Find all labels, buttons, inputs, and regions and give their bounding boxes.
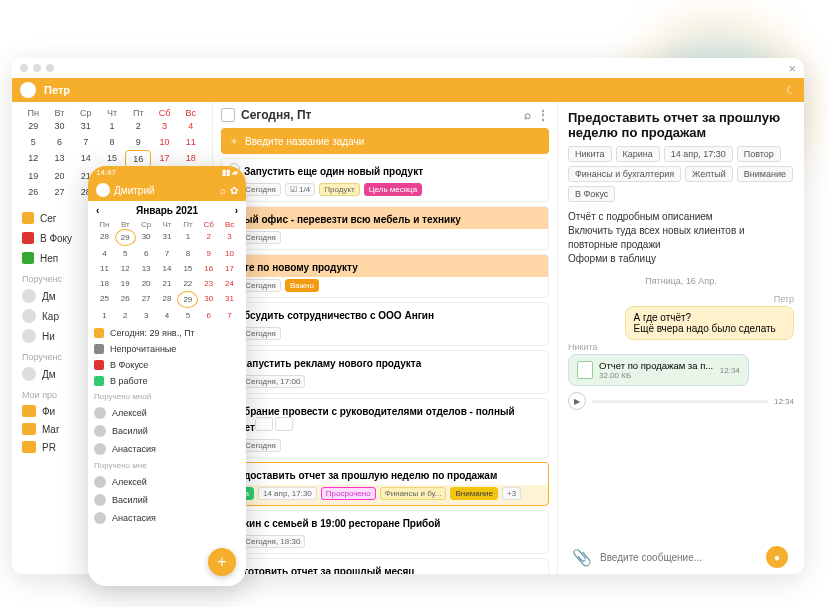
search-icon[interactable]: ⌕ [524,108,531,122]
close-icon[interactable]: × [788,61,796,76]
message-composer: 📎 ● [572,546,788,568]
calendar-icon[interactable] [221,108,235,122]
chat-sender-label: Петр [568,294,794,304]
folder-icon [22,423,36,435]
task-row[interactable]: готовить отчет за прошлый месяц🚩 Сегодня [221,558,549,574]
mobile-group-assigned-by: Поручено мной [94,392,240,401]
task-list-title: Сегодня, Пт [241,108,311,122]
traffic-light-icon[interactable] [46,64,54,72]
task-row[interactable]: кин с семьей в 19:00 ресторане Прибой🚩 С… [221,510,549,554]
chat-message-out: А где отчёт? Ещё вчера надо было сделать [625,306,795,340]
avatar-icon [94,425,106,437]
audio-progress[interactable] [592,400,768,403]
attachment-icon[interactable]: 📎 [572,548,592,567]
file-icon[interactable] [577,361,593,379]
folder-icon [22,441,36,453]
message-time: 12:34 [720,366,740,375]
folder-icon [22,405,36,417]
property-chip[interactable]: В Фокус [568,186,615,202]
task-row[interactable]: доставить отчет за прошлую неделю по про… [221,462,549,506]
property-chip[interactable]: Желтый [685,166,733,182]
property-chip[interactable]: Внимание [737,166,793,182]
send-button[interactable]: ● [766,546,788,568]
task-row[interactable]: lапустить рекламу нового продукта🚩 Сегод… [221,350,549,394]
traffic-light-icon[interactable] [33,64,41,72]
chevron-left-icon[interactable]: ‹ [96,205,99,216]
avatar-icon [22,309,36,323]
window-titlebar: × [12,58,804,78]
flag-icon [94,376,104,386]
chat-message-in: Отчет по продажам за п... 32.00 КБ 12:34 [568,354,749,386]
avatar-icon [22,289,36,303]
mobile-user-item[interactable]: Василий [94,422,240,440]
play-icon[interactable]: ▶ [568,392,586,410]
avatar[interactable] [20,82,36,98]
traffic-light-icon[interactable] [20,64,28,72]
add-task-placeholder: Введите название задачи [245,136,364,147]
mobile-calendar[interactable]: 2829303112345678910111213141516171819202… [88,229,246,323]
mobile-filter-unread[interactable]: Непрочитанные [94,341,240,357]
task-property-chips: НикитаКарина14 апр, 17:30ПовторФинансы и… [568,146,794,202]
task-row[interactable]: ый офис - перевезти всю мебель и технику… [221,206,549,250]
avatar-icon [94,407,106,419]
mobile-user-item[interactable]: Василий [94,491,240,509]
add-task-input[interactable]: ＋ Введите название задачи [221,128,549,154]
mobile-window: 14:47▮▮ ▰ Дмитрий ⌕ ✿ ‹ Январь 2021 › Пн… [88,166,246,586]
mobile-weekdays: ПнВтСрЧтПтСбВс [88,220,246,229]
mobile-user-item[interactable]: Алексей [94,404,240,422]
calendar-icon [94,328,104,338]
property-chip[interactable]: Повтор [737,146,781,162]
property-chip[interactable]: Карина [616,146,660,162]
avatar[interactable] [96,183,110,197]
avatar-icon [94,512,106,524]
mobile-status-bar: 14:47▮▮ ▰ [88,166,246,179]
property-chip[interactable]: Никита [568,146,612,162]
flag-icon [22,252,34,264]
mobile-filter-working[interactable]: В работе [94,373,240,389]
mobile-user-item[interactable]: Анастасия [94,509,240,527]
task-row[interactable]: те по новому продукту🚩 СегодняВажно [221,254,549,298]
more-icon[interactable]: ⋮ [537,108,549,122]
task-title: Предоставить отчет за прошлую неделю по … [568,110,794,140]
property-chip[interactable]: Финансы и бухгалтерия [568,166,681,182]
mobile-toolbar: Дмитрий ⌕ ✿ [88,179,246,201]
calendar-icon [22,212,34,224]
chat-audio-message: ▶ 12:34 [568,392,794,410]
mobile-group-assigned-to: Поручено мне [94,461,240,470]
task-row[interactable]: Запустить еще один новый продукт🚩 Сегодн… [221,158,549,202]
wifi-icon: ▮▮ ▰ [222,168,238,177]
inbox-icon [94,344,104,354]
task-details-panel: Предоставить отчет за прошлую неделю по … [557,102,804,574]
task-list-panel: Сегодня, Пт ⌕ ⋮ ＋ Введите название задач… [212,102,557,574]
mobile-month-selector[interactable]: ‹ Январь 2021 › [88,201,246,220]
settings-icon[interactable]: ✿ [230,185,238,196]
avatar-icon [94,494,106,506]
avatar-icon [22,329,36,343]
mobile-user: Дмитрий [114,185,155,196]
avatar-icon [94,443,106,455]
avatar-icon [94,476,106,488]
mobile-filter-focus[interactable]: В Фокусе [94,357,240,373]
plus-icon: ＋ [229,134,239,148]
chat-date-separator: Пятница, 16 Апр. [568,276,794,286]
task-description: Отчёт с подробным описанием Включить туд… [568,210,794,266]
app-toolbar: Петр ☾ [12,78,804,102]
current-user: Петр [44,84,70,96]
bell-icon[interactable]: ☾ [786,84,796,97]
message-input[interactable] [600,552,758,563]
mobile-user-item[interactable]: Анастасия [94,440,240,458]
message-time: 12:34 [774,397,794,406]
file-size: 32.00 КБ [599,371,713,380]
task-row[interactable]: брание провести с руководителями отделов… [221,398,549,458]
property-chip[interactable]: 14 апр, 17:30 [664,146,733,162]
bookmark-icon [94,360,104,370]
search-icon[interactable]: ⌕ [220,185,226,196]
mobile-item-today[interactable]: Сегодня: 29 янв., Пт [94,325,240,341]
mobile-user-item[interactable]: Алексей [94,473,240,491]
fab-add-button[interactable]: + [208,548,236,576]
chat-sender-label: Никита [568,342,794,352]
chevron-right-icon[interactable]: › [235,205,238,216]
task-row[interactable]: бсудить сотрудничество с ООО Ангин🚩 Сего… [221,302,549,346]
bookmark-icon [22,232,34,244]
file-name: Отчет по продажам за п... [599,360,713,371]
